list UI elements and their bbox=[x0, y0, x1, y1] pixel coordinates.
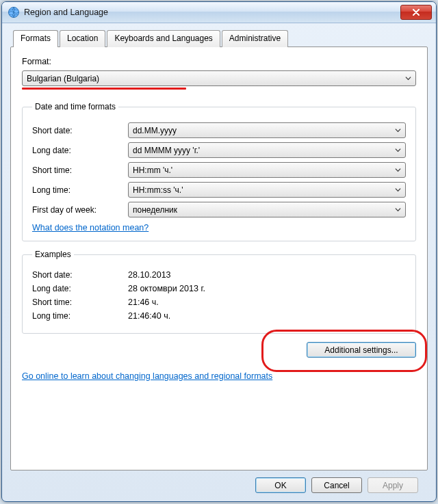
first-day-dropdown[interactable]: понеделник bbox=[128, 202, 406, 217]
example-long-date-value: 28 октомври 2013 г. bbox=[128, 284, 406, 293]
tab-administrative[interactable]: Administrative bbox=[222, 30, 288, 47]
cancel-button[interactable]: Cancel bbox=[311, 477, 362, 493]
examples-legend: Examples bbox=[32, 250, 74, 259]
short-time-dropdown[interactable]: HH:mm 'ч.' bbox=[128, 162, 406, 178]
window-title: Region and Language bbox=[24, 8, 400, 17]
notation-link[interactable]: What does the notation mean? bbox=[32, 223, 149, 233]
tab-formats[interactable]: Formats bbox=[13, 30, 58, 47]
format-label: Format: bbox=[22, 57, 416, 66]
example-long-time-label: Long time: bbox=[32, 311, 128, 321]
short-time-value: HH:mm 'ч.' bbox=[133, 165, 395, 175]
first-day-label: First day of week: bbox=[32, 205, 128, 215]
long-time-dropdown[interactable]: HH:mm:ss 'ч.' bbox=[128, 182, 406, 198]
short-date-dropdown[interactable]: dd.MM.yyyy bbox=[128, 122, 406, 138]
ok-button[interactable]: OK bbox=[255, 477, 306, 493]
tab-location[interactable]: Location bbox=[60, 30, 105, 47]
example-short-date-value: 28.10.2013 bbox=[128, 270, 406, 280]
dialog-button-row: OK Cancel Apply bbox=[10, 470, 428, 496]
example-short-date-label: Short date: bbox=[32, 270, 128, 280]
example-long-date-label: Long date: bbox=[32, 284, 128, 293]
long-time-label: Long time: bbox=[32, 185, 128, 195]
datetime-formats-legend: Date and time formats bbox=[32, 102, 118, 111]
tabstrip: Formats Location Keyboards and Languages… bbox=[10, 30, 428, 47]
online-link[interactable]: Go online to learn about changing langua… bbox=[22, 371, 272, 381]
chevron-down-icon bbox=[395, 187, 401, 193]
chevron-down-icon bbox=[395, 167, 401, 173]
long-date-dropdown[interactable]: dd MMMM yyyy 'г.' bbox=[128, 142, 406, 158]
long-date-label: Long date: bbox=[32, 146, 128, 155]
titlebar: Region and Language bbox=[2, 2, 436, 23]
chevron-down-icon bbox=[395, 127, 401, 133]
short-date-label: Short date: bbox=[32, 126, 128, 135]
tab-panel-formats: Format: Bulgarian (Bulgaria) Date and ti… bbox=[10, 47, 428, 470]
example-long-time-value: 21:46:40 ч. bbox=[128, 311, 406, 321]
globe-icon bbox=[8, 6, 20, 18]
annotation-underline bbox=[22, 88, 186, 90]
short-date-value: dd.MM.yyyy bbox=[133, 126, 395, 135]
first-day-value: понеделник bbox=[133, 205, 395, 215]
close-icon bbox=[412, 9, 420, 16]
example-short-time-value: 21:46 ч. bbox=[128, 297, 406, 307]
apply-button: Apply bbox=[368, 477, 418, 493]
example-short-time-label: Short time: bbox=[32, 297, 128, 307]
examples-group: Examples Short date: 28.10.2013 Long dat… bbox=[22, 250, 416, 334]
format-value: Bulgarian (Bulgaria) bbox=[27, 74, 405, 83]
region-language-window: Region and Language Formats Location Key… bbox=[1, 1, 437, 502]
long-date-value: dd MMMM yyyy 'г.' bbox=[133, 146, 395, 155]
datetime-formats-group: Date and time formats Short date: dd.MM.… bbox=[22, 102, 416, 241]
long-time-value: HH:mm:ss 'ч.' bbox=[133, 185, 395, 195]
content-area: Formats Location Keyboards and Languages… bbox=[2, 23, 436, 501]
chevron-down-icon bbox=[395, 147, 401, 153]
tab-keyboards-languages[interactable]: Keyboards and Languages bbox=[107, 30, 220, 47]
short-time-label: Short time: bbox=[32, 165, 128, 175]
format-dropdown[interactable]: Bulgarian (Bulgaria) bbox=[22, 70, 416, 86]
chevron-down-icon bbox=[405, 75, 411, 81]
additional-settings-button[interactable]: Additional settings... bbox=[307, 342, 416, 358]
close-button[interactable] bbox=[400, 5, 432, 20]
chevron-down-icon bbox=[395, 207, 401, 213]
